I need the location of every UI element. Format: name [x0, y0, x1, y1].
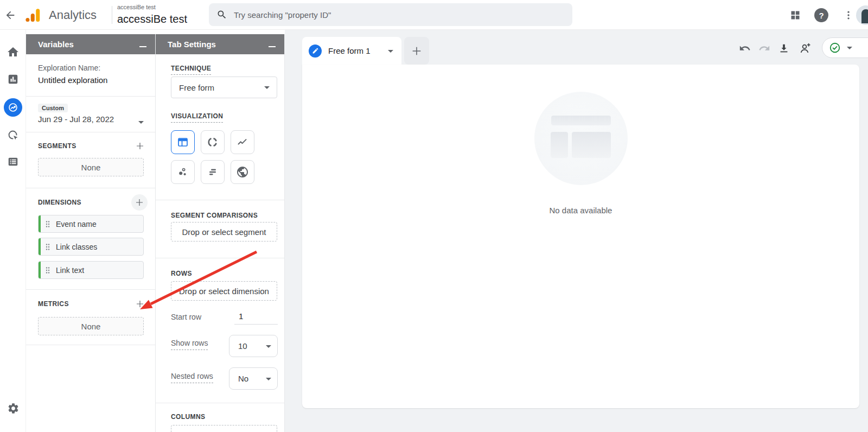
account-name: accessiBe test [117, 4, 156, 10]
divider [156, 403, 284, 403]
geo-map-icon [236, 166, 249, 179]
divider [156, 200, 284, 200]
search-input[interactable] [234, 10, 565, 20]
metrics-empty-drop-zone[interactable]: None [38, 317, 144, 335]
technique-select[interactable]: Free form [171, 77, 277, 98]
dimensions-label: DIMENSIONS [38, 199, 81, 206]
drag-handle-icon [45, 243, 50, 251]
sidebar-item-admin[interactable] [0, 398, 26, 418]
table-icon [176, 136, 189, 149]
exploration-name-label: Exploration Name: [38, 63, 100, 72]
tab-settings-panel-header: Tab Settings [156, 34, 284, 54]
segment-drop-placeholder: Drop or select segment [182, 227, 266, 237]
chevron-down-icon[interactable] [138, 117, 144, 127]
dimension-chip[interactable]: Event name [38, 215, 144, 233]
share-users-icon[interactable] [799, 41, 813, 55]
variables-panel-header: Variables [26, 34, 155, 54]
segment-drop-zone[interactable]: Drop or select segment [171, 222, 277, 242]
freeform-sheet: No data available [302, 65, 859, 408]
donut-chart-icon [206, 136, 219, 149]
tab-label: Free form 1 [328, 46, 371, 55]
date-range-selector[interactable]: Jun 29 - Jul 28, 2022 [38, 115, 114, 124]
viz-option-geo-map[interactable] [231, 160, 254, 184]
dimension-chip[interactable]: Link text [38, 261, 144, 279]
user-avatar[interactable] [856, 5, 868, 25]
rows-drop-zone[interactable]: Drop or select dimension [171, 281, 277, 301]
sidebar-item-explore[interactable] [0, 98, 26, 117]
sidebar-item-home[interactable] [0, 42, 26, 62]
divider [156, 258, 284, 258]
help-icon[interactable]: ? [814, 8, 829, 23]
grid-apps-icon[interactable] [788, 8, 803, 23]
chevron-down-icon [265, 341, 272, 351]
undo-icon[interactable] [738, 41, 752, 55]
metrics-empty-label: None [81, 322, 101, 331]
sidebar-item-library[interactable] [0, 152, 26, 171]
redo-icon[interactable] [757, 41, 771, 55]
technique-value: Free form [179, 83, 214, 92]
sidebar-item-reports[interactable] [0, 69, 26, 89]
chevron-down-icon[interactable] [387, 46, 394, 56]
dimension-chip-label: Link text [56, 266, 84, 275]
check-circle-icon [829, 42, 841, 54]
viz-option-donut-chart[interactable] [201, 130, 225, 154]
start-row-input[interactable] [234, 308, 278, 325]
reports-icon [7, 73, 19, 85]
minimize-icon[interactable] [139, 46, 146, 47]
rows-label: ROWS [171, 270, 192, 277]
analytics-logo [24, 7, 42, 23]
chevron-down-icon [265, 374, 272, 384]
divider [26, 96, 155, 97]
sidebar-item-advertising[interactable] [0, 125, 26, 145]
segments-add-button[interactable] [132, 138, 148, 154]
nested-rows-value: No [238, 374, 248, 383]
add-tab-button[interactable] [404, 37, 429, 65]
viz-option-line-chart[interactable] [231, 130, 254, 154]
search-bar[interactable] [209, 3, 572, 26]
segment-comparisons-label: SEGMENT COMPARISONS [171, 212, 258, 219]
nav-rail [0, 30, 26, 432]
viz-option-scatter-chart[interactable] [171, 160, 195, 184]
library-icon [7, 156, 19, 168]
divider [26, 289, 155, 290]
metrics-label: METRICS [38, 300, 69, 308]
viz-option-table[interactable] [171, 130, 195, 154]
segments-label: SEGMENTS [38, 142, 76, 150]
variables-title: Variables [38, 34, 74, 54]
tab-settings-panel: Tab Settings TECHNIQUE Free form VISUALI… [156, 34, 285, 432]
columns-drop-zone[interactable] [171, 425, 277, 432]
empty-state: No data available [302, 92, 859, 215]
technique-label: TECHNIQUE [171, 65, 211, 75]
nested-rows-label: Nested rows [171, 372, 213, 383]
tab-free-form-1[interactable]: Free form 1 [302, 37, 401, 65]
show-rows-value: 10 [238, 341, 247, 351]
drag-handle-icon [45, 266, 50, 274]
product-name: Analytics [49, 0, 97, 30]
show-rows-select[interactable]: 10 [229, 335, 278, 357]
columns-label: COLUMNS [171, 413, 205, 421]
status-menu[interactable] [822, 37, 868, 58]
nested-rows-select[interactable]: No [229, 367, 278, 390]
more-vertical-icon[interactable] [841, 8, 856, 23]
property-switcher[interactable]: accessiBe test [117, 13, 187, 26]
segments-empty-drop-zone[interactable]: None [38, 158, 144, 176]
metrics-add-button[interactable] [132, 296, 148, 312]
tab-settings-title: Tab Settings [168, 34, 216, 54]
chevron-down-icon [264, 82, 270, 92]
help-glyph: ? [819, 11, 824, 20]
segments-empty-label: None [81, 163, 101, 172]
back-arrow-icon[interactable] [2, 7, 18, 23]
rows-drop-placeholder: Drop or select dimension [179, 287, 269, 296]
dimension-chip-label: Link classes [56, 243, 97, 251]
dimension-chip[interactable]: Link classes [38, 238, 144, 256]
minimize-icon[interactable] [269, 46, 276, 47]
download-icon[interactable] [777, 41, 791, 55]
chevron-down-icon [846, 43, 853, 53]
dimensions-add-button[interactable] [131, 194, 148, 211]
variables-panel: Variables Exploration Name: Untitled exp… [26, 34, 156, 432]
top-header: Analytics accessiBe test accessiBe test … [0, 0, 868, 30]
edit-pencil-icon [309, 45, 322, 58]
exploration-name-value[interactable]: Untitled exploration [38, 75, 107, 85]
viz-option-bar-chart[interactable] [201, 160, 225, 184]
start-row-label: Start row [171, 313, 201, 321]
